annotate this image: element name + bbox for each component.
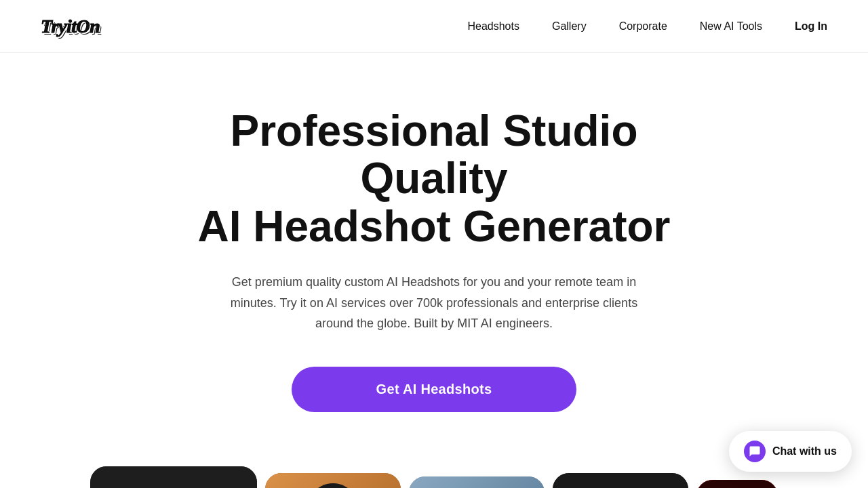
nav-links: Headshots Gallery Corporate New AI Tools… (467, 20, 827, 33)
gallery-section (0, 466, 868, 488)
hero-title: Professional Studio Quality AI Headshot … (163, 107, 705, 250)
gallery-card-1 (90, 466, 257, 488)
chat-icon (744, 441, 766, 462)
nav-item-corporate[interactable]: Corporate (619, 20, 667, 33)
chat-bubble[interactable]: Chat with us (729, 431, 852, 472)
svg-rect-52 (696, 480, 778, 488)
hero-title-line1: Professional Studio Quality (231, 106, 638, 203)
svg-rect-0 (90, 466, 257, 488)
chat-svg-icon (749, 445, 761, 458)
gallery-card-3 (409, 476, 545, 488)
nav-item-headshots[interactable]: Headshots (467, 20, 519, 33)
gallery-card-4 (553, 473, 688, 488)
gallery-card-2 (265, 473, 401, 488)
navigation: TryitOn Headshots Gallery Corporate New … (0, 0, 868, 53)
svg-rect-24 (409, 476, 545, 488)
gallery-card-5 (696, 480, 778, 488)
cta-button[interactable]: Get AI Headshots (292, 367, 576, 412)
site-logo[interactable]: TryitOn (41, 16, 100, 37)
nav-item-gallery[interactable]: Gallery (552, 20, 587, 33)
hero-section: Professional Studio Quality AI Headshot … (0, 53, 868, 453)
nav-login-button[interactable]: Log In (795, 20, 827, 33)
hero-subtitle: Get premium quality custom AI Headshots … (210, 272, 658, 334)
svg-rect-38 (553, 473, 688, 488)
hero-title-line2: AI Headshot Generator (197, 202, 670, 251)
chat-label: Chat with us (772, 445, 837, 458)
nav-item-new-ai-tools[interactable]: New AI Tools (700, 20, 762, 33)
